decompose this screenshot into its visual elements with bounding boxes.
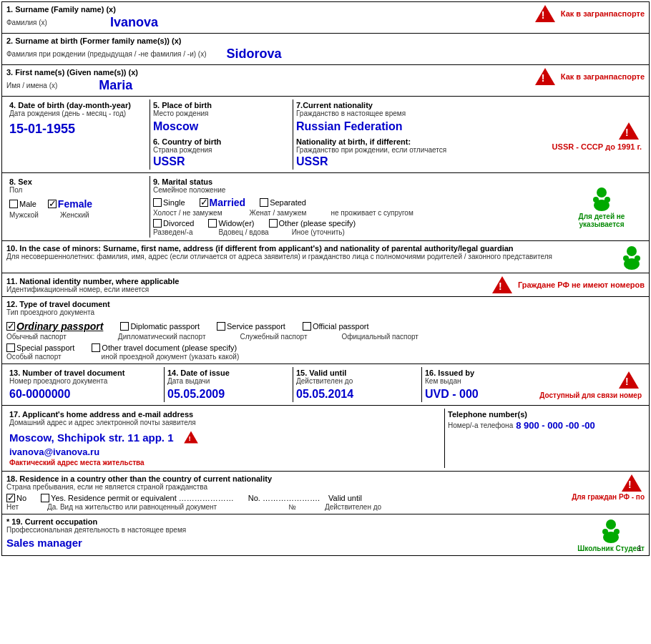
warn-icon-3 bbox=[535, 68, 555, 85]
marital-married-checkbox[interactable] bbox=[200, 198, 208, 207]
nationality-birth-label: Nationality at birth, if different: bbox=[296, 137, 552, 146]
marital-widow-option[interactable]: Widow(er) bbox=[208, 219, 254, 228]
section-occupation: * 19. Current occupation Профессиональна… bbox=[2, 514, 649, 555]
marital-married-label: Married bbox=[210, 197, 246, 208]
col-place-birth: 5. Place of birth Место рождения Moscow … bbox=[150, 99, 293, 170]
firstname-value: Maria bbox=[99, 78, 132, 93]
nationality-birth-value: USSR bbox=[296, 155, 552, 168]
travel-service-option[interactable]: Service passport bbox=[217, 322, 285, 331]
person-icon-minor bbox=[619, 244, 645, 270]
svg-point-0 bbox=[597, 187, 607, 197]
marital-divorced-sub: Разведен/-а bbox=[153, 228, 193, 236]
warn-icon-residence bbox=[622, 474, 642, 492]
address-phone-sub: Номер/-а телефона bbox=[448, 421, 513, 429]
sex-male-label: Male bbox=[19, 200, 36, 208]
col-sex: 8. Sex Пол Male Female Мужской Женский bbox=[6, 176, 150, 238]
minor-sub: Для несовершеннолетних: фамилия, имя, ад… bbox=[6, 253, 613, 260]
section-minors: 10. In the case of minors: Surname, firs… bbox=[2, 241, 649, 273]
residence-yes-option[interactable]: Yes. Residence permit or equivalent …………… bbox=[41, 494, 234, 502]
section-travel-details: 13. Number of travel document Номер прое… bbox=[2, 364, 649, 406]
col-nationality: 7.Current nationality Гражданство в наст… bbox=[293, 99, 645, 170]
residence-no-sub: Нет bbox=[6, 503, 19, 511]
col-travel-issued: 16. Issued by Кем выдан UVD - 000 Доступ… bbox=[421, 367, 645, 402]
sex-female-checkbox[interactable] bbox=[48, 200, 57, 208]
travel-official-checkbox[interactable] bbox=[303, 322, 311, 331]
col-address: 17. Applicant's home address and e-mail … bbox=[6, 409, 444, 468]
travel-diplomatic-option[interactable]: Diplomatic passport bbox=[120, 322, 200, 331]
travel-special-sub: Особый паспорт bbox=[6, 353, 62, 361]
travel-diplomatic-sub: Дипломатический паспорт bbox=[118, 333, 206, 341]
marital-single-option[interactable]: Single bbox=[153, 198, 185, 207]
travel-issue-sub: Дата выдачи bbox=[167, 377, 290, 385]
marital-sidenote: Для детей не указывается bbox=[559, 176, 645, 238]
marital-sub: Семейное положение bbox=[153, 186, 556, 194]
residence-yes-sub: Да. Вид на жительство или равноценный до… bbox=[47, 503, 217, 511]
marital-married-sub: Женат / замужем bbox=[250, 209, 307, 217]
surname-label: 1. Surname (Family name) (x) bbox=[6, 5, 527, 14]
marital-widow-checkbox[interactable] bbox=[208, 219, 217, 228]
marital-other-option[interactable]: Other (please specify) bbox=[269, 219, 356, 228]
travel-special-option[interactable]: Special passport bbox=[6, 343, 74, 352]
travel-valid-sub: Действителен до bbox=[296, 377, 418, 385]
travel-issued-value: UVD - 000 bbox=[425, 388, 479, 401]
marital-married-option[interactable]: Married bbox=[200, 197, 246, 208]
sex-female-label: Female bbox=[58, 198, 92, 210]
travel-doc-label: 12. Type of travel document bbox=[6, 300, 645, 308]
nationality-sub: Гражданство в настоящее время bbox=[296, 109, 552, 117]
travel-issued-note: Доступный для связи номер bbox=[539, 391, 642, 399]
sex-male-sub: Мужской bbox=[9, 211, 39, 219]
travel-official-option[interactable]: Official passport bbox=[303, 322, 369, 331]
address-sub: Домашний адрес и адрес электронной почты… bbox=[9, 419, 441, 426]
travel-ordinary-option[interactable]: Ordinary passport bbox=[6, 321, 103, 332]
marital-separated-option[interactable]: Separated bbox=[260, 198, 306, 207]
warn-icon-1 bbox=[535, 5, 555, 22]
residence-sidenote: Для граждан РФ - по bbox=[559, 474, 645, 501]
residence-note: Для граждан РФ - по bbox=[572, 493, 645, 501]
sex-male-checkbox[interactable] bbox=[9, 200, 18, 208]
occupation-sidenote: Школьник Студент bbox=[572, 517, 645, 552]
travel-service-label: Service passport bbox=[227, 322, 285, 331]
sex-label: 8. Sex bbox=[9, 177, 147, 186]
travel-other-label: Other travel document (please specify) bbox=[102, 343, 237, 352]
residence-no-option[interactable]: No bbox=[6, 494, 26, 502]
svg-point-6 bbox=[623, 255, 629, 261]
address-value: Moscow, Shchipok str. 11 app. 1 bbox=[9, 431, 174, 444]
marital-single-sub: Холост / не замужем bbox=[153, 209, 222, 217]
travel-special-checkbox[interactable] bbox=[6, 343, 15, 352]
occupation-sub: Профессиональная деятельность в настояще… bbox=[6, 526, 572, 534]
person-icon-marital bbox=[589, 185, 615, 211]
address-phone-label: Telephone number(s) bbox=[448, 410, 642, 419]
sex-male-option[interactable]: Male bbox=[9, 200, 36, 208]
travel-ordinary-checkbox[interactable] bbox=[6, 322, 15, 331]
travel-service-checkbox[interactable] bbox=[217, 322, 225, 331]
sex-female-option[interactable]: Female bbox=[48, 198, 92, 210]
marital-other-label: Other (please specify) bbox=[279, 219, 356, 228]
residence-yes-checkbox[interactable] bbox=[41, 494, 49, 502]
travel-special-label: Special passport bbox=[16, 343, 74, 352]
marital-separated-checkbox[interactable] bbox=[260, 198, 268, 207]
address-label: 17. Applicant's home address and e-mail … bbox=[9, 410, 441, 419]
travel-diplomatic-checkbox[interactable] bbox=[120, 322, 129, 331]
marital-divorced-option[interactable]: Divorced bbox=[153, 219, 194, 228]
travel-other-option[interactable]: Other travel document (please specify) bbox=[92, 343, 237, 352]
section-dob-nationality: 4. Date of birth (day-month-year) Дата р… bbox=[2, 97, 649, 173]
svg-point-7 bbox=[635, 255, 640, 261]
svg-point-3 bbox=[604, 197, 610, 203]
travel-valid-label: 15. Valid until bbox=[296, 369, 418, 377]
place-birth-value: Moscow bbox=[153, 120, 290, 133]
marital-single-checkbox[interactable] bbox=[153, 198, 162, 207]
section-travel-doc: 12. Type of travel document Тип проездно… bbox=[2, 297, 649, 364]
identity-note: Граждане РФ не имеют номеров bbox=[518, 280, 645, 289]
person-icon-occupation bbox=[598, 517, 624, 543]
marital-other-checkbox[interactable] bbox=[269, 219, 278, 228]
surname-value: Ivanova bbox=[110, 15, 158, 30]
residence-no-checkbox[interactable] bbox=[6, 494, 15, 502]
sex-female-sub: Женский bbox=[60, 211, 89, 219]
marital-other-sub: Иное (уточнить) bbox=[292, 228, 345, 236]
travel-other-checkbox[interactable] bbox=[92, 343, 100, 352]
svg-point-10 bbox=[602, 529, 608, 535]
section-surname: 1. Surname (Family name) (x) Фамилия (x)… bbox=[2, 2, 649, 34]
col-marital: 9. Marital status Семейное положение Sin… bbox=[150, 176, 559, 238]
address-phone-value: 8 900 - 000 -00 -00 bbox=[516, 420, 595, 431]
marital-divorced-checkbox[interactable] bbox=[153, 219, 162, 228]
